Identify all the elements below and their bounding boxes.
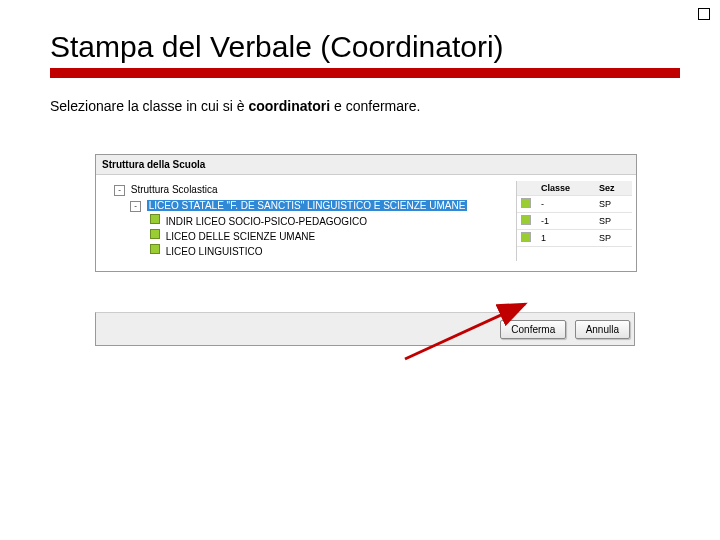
cancel-button[interactable]: Annulla [575,320,630,339]
cell-sez: SP [595,196,632,213]
tree-child-label: INDIR LICEO SOCIO-PSICO-PEDAGOGICO [166,216,367,227]
collapse-icon[interactable]: - [114,185,125,196]
table-row[interactable]: - SP [517,196,632,213]
node-icon [150,244,160,254]
tree-child-node[interactable]: LICEO LINGUISTICO [102,243,508,258]
tree-selected-node[interactable]: - LICEO STATALE "F. DE SANCTIS" LINGUIST… [102,198,508,213]
collapse-icon[interactable]: - [130,201,141,212]
tree-child-label: LICEO LINGUISTICO [166,246,263,257]
table-header-classe: Classe [537,181,595,196]
node-icon [150,214,160,224]
table-header-sez: Sez [595,181,632,196]
cell-classe: 1 [537,230,595,247]
row-icon [521,198,531,208]
tree-child-node[interactable]: LICEO DELLE SCIENZE UMANE [102,228,508,243]
tree-root-label: Struttura Scolastica [131,184,218,195]
instruction-pre: Selezionare la classe in cui si è [50,98,248,114]
confirm-button[interactable]: Conferma [500,320,566,339]
structure-panel: Struttura della Scuola - Struttura Scola… [95,154,637,272]
table-header-blank [517,181,537,196]
instruction-text: Selezionare la classe in cui si è coordi… [50,98,680,114]
cell-classe: -1 [537,213,595,230]
title-underline [50,68,680,78]
tree-column: - Struttura Scolastica - LICEO STATALE "… [102,181,516,261]
table-row[interactable]: -1 SP [517,213,632,230]
table-row[interactable]: 1 SP [517,230,632,247]
tree-child-label: LICEO DELLE SCIENZE UMANE [166,231,315,242]
table-header-row: Classe Sez [517,181,632,196]
panel-header: Struttura della Scuola [96,155,636,175]
node-icon [150,229,160,239]
cell-sez: SP [595,230,632,247]
tree-child-node[interactable]: INDIR LICEO SOCIO-PSICO-PEDAGOGICO [102,213,508,228]
panel-body: - Struttura Scolastica - LICEO STATALE "… [96,175,636,271]
class-table-column: Classe Sez - SP -1 SP [516,181,632,261]
instruction-post: e confermare. [330,98,420,114]
tree-root-node[interactable]: - Struttura Scolastica [102,181,508,198]
cell-sez: SP [595,213,632,230]
slide-title: Stampa del Verbale (Coordinatori) [50,30,680,64]
page-marker-icon [698,8,710,20]
button-bar: Conferma Annulla [95,312,635,346]
tree-selected-label: LICEO STATALE "F. DE SANCTIS" LINGUISTIC… [147,200,468,211]
class-table: Classe Sez - SP -1 SP [517,181,632,247]
instruction-bold: coordinatori [248,98,330,114]
row-icon [521,232,531,242]
cell-classe: - [537,196,595,213]
row-icon [521,215,531,225]
